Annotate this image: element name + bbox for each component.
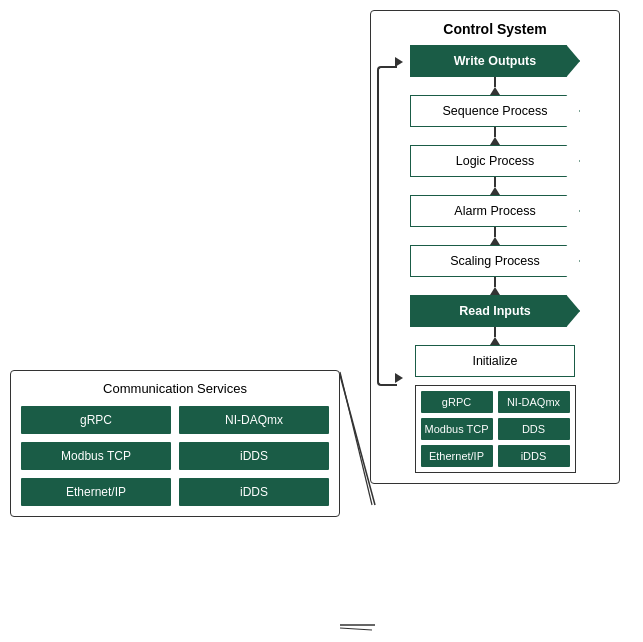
arrow-up-0 bbox=[490, 87, 500, 95]
connector-1 bbox=[490, 127, 500, 145]
sequence-process-box: Sequence Process bbox=[410, 95, 580, 127]
sub-services-grid: gRPC NI-DAQmx Modbus TCP DDS Ethernet/IP… bbox=[415, 385, 576, 473]
arrow-up-3 bbox=[490, 237, 500, 245]
initialize-box: Initialize bbox=[415, 345, 575, 377]
arrow-up-4 bbox=[490, 287, 500, 295]
sub-service-ethernet: Ethernet/IP bbox=[421, 445, 493, 467]
control-system-title: Control System bbox=[381, 21, 609, 37]
write-outputs-box: Write Outputs bbox=[410, 45, 580, 77]
connector-2 bbox=[490, 177, 500, 195]
comm-btn-idds-2: iDDS bbox=[179, 478, 329, 506]
scaling-process-box: Scaling Process bbox=[410, 245, 580, 277]
loop-arrow-bottom-pointer bbox=[395, 373, 403, 383]
arrow-up-1 bbox=[490, 137, 500, 145]
loop-arrow-line bbox=[377, 66, 397, 386]
comm-btn-nidaqmx: NI-DAQmx bbox=[179, 406, 329, 434]
comm-btn-modbus: Modbus TCP bbox=[21, 442, 171, 470]
connector-5 bbox=[490, 327, 500, 345]
process-list: Write Outputs Sequence Process Logic Pro… bbox=[381, 45, 609, 473]
logic-process-box: Logic Process bbox=[410, 145, 580, 177]
connector-line-1 bbox=[494, 127, 496, 137]
alarm-process-box: Alarm Process bbox=[410, 195, 580, 227]
arrow-up-5 bbox=[490, 337, 500, 345]
sub-service-grpc: gRPC bbox=[421, 391, 493, 413]
comm-services-grid: gRPC NI-DAQmx Modbus TCP iDDS Ethernet/I… bbox=[21, 406, 329, 506]
read-inputs-box: Read Inputs bbox=[410, 295, 580, 327]
connector-line-2 bbox=[494, 177, 496, 187]
connector-0 bbox=[490, 77, 500, 95]
comm-btn-idds-1: iDDS bbox=[179, 442, 329, 470]
svg-line-2 bbox=[340, 372, 372, 505]
sub-service-nidaqmx: NI-DAQmx bbox=[498, 391, 570, 413]
control-system-box: Control System Write Outputs Sequence Pr… bbox=[370, 10, 620, 484]
connector-4 bbox=[490, 277, 500, 295]
sub-service-modbus: Modbus TCP bbox=[421, 418, 493, 440]
connector-line-3 bbox=[494, 227, 496, 237]
svg-line-3 bbox=[340, 628, 372, 630]
comm-services-box: Communication Services gRPC NI-DAQmx Mod… bbox=[10, 370, 340, 517]
arrow-up-2 bbox=[490, 187, 500, 195]
connector-line-4 bbox=[494, 277, 496, 287]
comm-services-title: Communication Services bbox=[21, 381, 329, 396]
sub-service-idds: iDDS bbox=[498, 445, 570, 467]
sub-service-dds: DDS bbox=[498, 418, 570, 440]
connector-3 bbox=[490, 227, 500, 245]
comm-btn-grpc: gRPC bbox=[21, 406, 171, 434]
connector-line-0 bbox=[494, 77, 496, 87]
connector-line-5 bbox=[494, 327, 496, 337]
comm-btn-ethernet: Ethernet/IP bbox=[21, 478, 171, 506]
loop-arrow-top-pointer bbox=[395, 57, 403, 67]
